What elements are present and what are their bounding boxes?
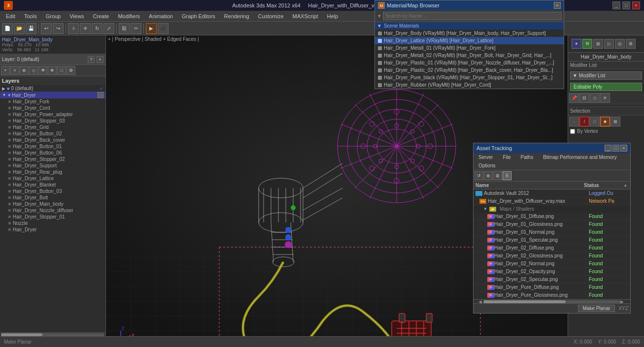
layer-scroll-track[interactable] (1, 333, 104, 336)
layer-delete-btn[interactable]: × (10, 66, 19, 75)
layer-new-btn[interactable]: + (1, 66, 10, 75)
maximize-button[interactable]: □ (622, 1, 630, 9)
close-button[interactable]: × (632, 1, 640, 9)
mat-item-6[interactable]: Hair_Dryer_Plastic_02 (VRayMtl) [Hair_Dr… (375, 66, 564, 74)
rp-vertex-btn[interactable]: · (569, 117, 579, 126)
new-btn[interactable]: 📄 (2, 23, 13, 34)
layer-render-btn[interactable]: □ (57, 66, 66, 75)
layer-item-backcover[interactable]: ⊕ Hair_Dryer_Back_cover (0, 137, 105, 143)
rp-hier-btn[interactable]: ⊞ (593, 39, 603, 49)
at-tb-refresh[interactable]: ↺ (475, 171, 483, 180)
at-hscroll-left[interactable]: ◀ (478, 299, 483, 304)
at-item-png-5[interactable]: P Hair_Dryer_02_Diffuse.png Found (474, 244, 630, 252)
at-tb-resolve[interactable]: ⊕ (484, 171, 493, 180)
layer-freeze-btn[interactable]: ❄ (48, 66, 57, 75)
rp-remove-btn[interactable]: ✕ (600, 93, 610, 103)
at-hscrollbar[interactable]: ◀ ▶ (474, 299, 630, 303)
at-item-png-2[interactable]: P Hair_Dryer_01_Glossiness.png Found (474, 221, 630, 228)
at-menu-file[interactable]: File (500, 154, 513, 161)
layer-item-mainbody[interactable]: ⊕ Hair_Dryer_Main_body (0, 201, 105, 207)
redo-btn[interactable]: ↪ (53, 23, 64, 34)
rp-editable-poly[interactable]: Editable Poly (570, 83, 642, 91)
at-hscroll-thumb[interactable] (483, 300, 566, 303)
link-btn[interactable]: ⛓ (119, 23, 130, 34)
at-item-png-8[interactable]: P Hair_Dryer_02_Opacity.png Found (474, 268, 630, 276)
at-item-png-4[interactable]: P Hair_Dryer_01_Specular.png Found (474, 236, 630, 244)
minimize-button[interactable]: _ (612, 1, 620, 9)
at-tb-grid-view[interactable]: ⊞ (493, 171, 502, 180)
layer-close-btn[interactable]: × (97, 56, 103, 63)
layer-item-fork[interactable]: ⊕ Hair_Dryer_Fork (0, 98, 105, 105)
menu-tools[interactable]: Tools (20, 12, 41, 20)
at-menu-options[interactable]: Options (475, 162, 498, 169)
layer-item-nozzle[interactable]: ⊕ Nozzle (0, 220, 105, 226)
render-btn[interactable]: ▶ (146, 23, 157, 34)
layer-item-grid[interactable]: ⊕ Hair_Dryer_Grid (0, 124, 105, 130)
quick-render-btn[interactable]: ⬛ (158, 23, 169, 34)
at-item-png-7[interactable]: P Hair_Dryer_02_Normal.png Found (474, 260, 630, 268)
menu-create[interactable]: Create (89, 12, 113, 20)
menu-help[interactable]: Help (323, 12, 342, 20)
layer-scroll-thumb[interactable] (1, 333, 42, 336)
menu-views[interactable]: Views (66, 12, 88, 20)
layer-hide-btn[interactable]: 👁 (38, 66, 47, 75)
menu-graph-editors[interactable]: Graph Editors (178, 12, 219, 20)
layer-item-bolt[interactable]: ⊕ Hair_Dryer_Bolt (0, 194, 105, 201)
menu-animation[interactable]: Animation (145, 12, 177, 20)
rp-instance-btn[interactable]: ⊟ (579, 93, 589, 103)
at-menu-server[interactable]: Server (475, 154, 496, 161)
at-hscroll-right[interactable]: ▶ (620, 299, 625, 304)
mat-search-input[interactable] (383, 12, 562, 20)
select-btn[interactable]: ⊹ (68, 23, 79, 34)
layer-item-support[interactable]: ⊕ Hair_Dryer_Support (0, 162, 105, 169)
layer-item-button06[interactable]: ⊕ Hair_Dryer_Button_06 (0, 150, 105, 156)
rp-by-vertex-checkbox[interactable] (570, 129, 575, 134)
at-section-maps[interactable]: ▼ 📁 Maps / Shaders (474, 205, 630, 213)
layer-item-blanket[interactable]: ⊕ Hair_Dryer_Blanket (0, 182, 105, 188)
rp-make-unique-btn[interactable]: ◇ (590, 93, 600, 103)
layer-item-lattice[interactable]: ⊕ Hair_Dryer_Lattice (0, 175, 105, 182)
layer-select-btn[interactable]: ◇ (29, 66, 38, 75)
layer-item-rearplug[interactable]: ⊕ Hair_Dryer_Rear_plug (0, 169, 105, 175)
rp-utility-btn[interactable]: ⚙ (626, 39, 636, 49)
mat-item-2[interactable]: Hair_Dryer_Lattice (VRayMtl) [Hair_Dryer… (375, 37, 564, 44)
layer-item-cord[interactable]: ⊕ Hair_Dryer_Cord (0, 105, 105, 111)
at-item-png-6[interactable]: P Hair_Dryer_02_Glossiness.png Found (474, 252, 630, 260)
layer-item-default[interactable]: ▶ ■ 0 (default) ✓ (0, 85, 105, 92)
mat-scene-materials-header[interactable]: ▼ Scene Materials (375, 22, 564, 30)
menu-customize[interactable]: Customize (254, 12, 288, 20)
at-menu-bitmap-perf[interactable]: Bitmap Performance and Memory (540, 154, 620, 161)
menu-maxscript[interactable]: MAXScript (289, 12, 322, 20)
layer-item-stopper01[interactable]: ⊕ Hair_Dryer_Stopper_01 (0, 214, 105, 220)
rp-poly-btn[interactable]: ■ (600, 117, 610, 126)
undo-btn[interactable]: ↩ (41, 23, 52, 34)
rotate-btn[interactable]: ↻ (92, 23, 102, 34)
layer-item-button03[interactable]: ⊕ Hair_Dryer_Button_03 (0, 188, 105, 194)
at-menu-paths[interactable]: Paths (518, 154, 537, 161)
rp-motion-btn[interactable]: ▷ (604, 39, 614, 49)
at-minimize-btn[interactable]: _ (605, 145, 611, 152)
layer-item-hair-dryer-parent[interactable]: ▼ ■ Hair_Dryer □ (0, 92, 105, 98)
rp-modify-btn[interactable]: ⚒ (582, 39, 592, 49)
mat-browser-close[interactable]: × (554, 2, 561, 9)
at-hscroll-track[interactable] (483, 300, 620, 303)
at-item-png-3[interactable]: P Hair_Dryer_01_Normal.png Found (474, 228, 630, 236)
mat-item-7[interactable]: Hair_Dryer_Pure_black (VRayMtl) [Hair_Dr… (375, 74, 564, 81)
menu-rendering[interactable]: Rendering (220, 12, 253, 20)
mat-item-4[interactable]: Hair_Dryer_Metall_02 (VRayMtl) [Hair_Dry… (375, 52, 564, 59)
layer-item-hair-dryer-child[interactable]: ⊕ Hair_Dryer (0, 226, 105, 233)
layer-settings-btn[interactable]: ⚙ (67, 66, 75, 75)
mat-item-1[interactable]: Hair_Dryer_Body (VRayMtl) [Hair_Dryer_Ma… (375, 30, 564, 37)
save-btn[interactable]: 💾 (26, 23, 36, 34)
at-makeplanar-btn[interactable]: Make Planar (578, 305, 614, 312)
rp-display-btn[interactable]: ◎ (615, 39, 625, 49)
move-btn[interactable]: ✛ (80, 23, 91, 34)
menu-edit[interactable]: Edit (2, 12, 19, 20)
mat-item-8[interactable]: Hair_Dryer_Rubber (VRayMtl) [Hair_Dryer_… (375, 81, 564, 89)
mat-item-3[interactable]: Hair_Dryer_Metall_01 (VRayMtl) [Hair_Dry… (375, 44, 564, 52)
layer-help-btn[interactable]: ? (88, 56, 95, 63)
layer-add-selection-btn[interactable]: ⊕ (20, 66, 29, 75)
rp-border-btn[interactable]: □ (590, 117, 600, 126)
scale-btn[interactable]: ⤢ (103, 23, 114, 34)
open-btn[interactable]: 📂 (14, 23, 25, 34)
